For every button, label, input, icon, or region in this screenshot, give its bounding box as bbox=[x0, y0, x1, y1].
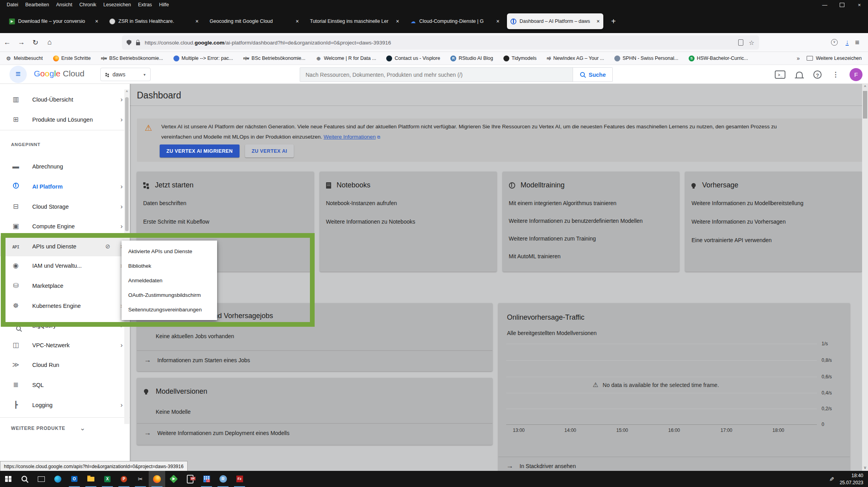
tab-close-icon[interactable]: × bbox=[195, 18, 199, 24]
bookmark-star-icon[interactable]: ☆ bbox=[749, 39, 754, 46]
migrate-to-vertex-button[interactable]: ZU VERTEX AI MIGRIEREN bbox=[160, 144, 240, 157]
taskbar-powerpoint[interactable]: P bbox=[116, 471, 132, 487]
sidebar-more-products[interactable]: WEITERE PRODUKTE⌄ bbox=[0, 418, 130, 438]
pocket-icon[interactable]: ∨ bbox=[831, 39, 838, 46]
bookmark-sphn[interactable]: SPHN - Swiss Personal... bbox=[614, 56, 678, 61]
link-daten-beschriften[interactable]: Daten beschriften bbox=[143, 200, 314, 206]
taskbar-visplore[interactable] bbox=[165, 471, 182, 487]
link-notebook-instanzen[interactable]: Notebook-Instanzen aufrufen bbox=[326, 200, 497, 206]
cloud-shell-icon[interactable]: >_ bbox=[775, 70, 785, 79]
maximize-button[interactable] bbox=[833, 0, 851, 9]
sidebar-item-sql[interactable]: ≣SQL bbox=[0, 375, 130, 395]
tab-tutorial[interactable]: Tutorial Einstieg ins maschinelle Ler × bbox=[306, 13, 403, 29]
tab-close-icon[interactable]: × bbox=[296, 18, 299, 24]
tab-geocoding[interactable]: Geocoding mit Google Cloud × bbox=[206, 13, 302, 29]
google-cloud-logo[interactable]: Google Cloud bbox=[34, 69, 85, 78]
scroll-down-icon[interactable]: v bbox=[862, 465, 868, 470]
account-avatar[interactable]: F bbox=[850, 68, 862, 81]
downloads-icon[interactable]: ↓ bbox=[846, 39, 849, 46]
tab-zsr[interactable]: ZSR in Swiss Healthcare. × bbox=[106, 13, 202, 29]
sidebar-item-cloud-run[interactable]: ≫Cloud Run bbox=[0, 355, 130, 375]
link-kubeflow[interactable]: Erste Schritte mit Kubeflow bbox=[143, 219, 314, 225]
scroll-up-icon[interactable]: ^ bbox=[862, 85, 868, 89]
notifications-bell-icon[interactable] bbox=[796, 72, 803, 78]
search-input[interactable] bbox=[300, 68, 573, 81]
taskbar-explorer[interactable] bbox=[83, 471, 99, 487]
page-scrollbar[interactable]: ^ v bbox=[862, 84, 868, 471]
reader-mode-icon[interactable] bbox=[738, 39, 743, 46]
taskbar-search-button[interactable] bbox=[17, 471, 33, 487]
help-icon[interactable]: ? bbox=[813, 70, 822, 79]
jobs-footer-link[interactable]: →Informationen zum Starten eines Jobs bbox=[144, 356, 250, 364]
tab-cloud-computing[interactable]: ☁ Cloud-Computing-Dienste | G × bbox=[407, 13, 503, 29]
search-button[interactable]: Suche bbox=[573, 68, 612, 81]
menu-bearbeiten[interactable]: Bearbeiten bbox=[22, 2, 52, 7]
taskbar-calendar[interactable] bbox=[198, 471, 215, 487]
tab-close-icon[interactable]: × bbox=[496, 18, 499, 24]
bookmarks-overflow-icon[interactable]: » bbox=[790, 55, 807, 61]
taskbar-clock[interactable]: 18:40 25.07.2023 bbox=[840, 472, 863, 486]
stackdriver-footer-link[interactable]: →In Stackdriver ansehen bbox=[506, 462, 576, 470]
bookmark-multiple-error[interactable]: Multiple --> Error: pac... bbox=[173, 56, 233, 61]
task-view-button[interactable] bbox=[33, 471, 50, 487]
bookmark-bsc-1[interactable]: n|wBSc Betriebsökonomie... bbox=[101, 56, 163, 61]
start-button[interactable] bbox=[0, 471, 17, 487]
scrollbar-thumb[interactable] bbox=[125, 97, 129, 231]
close-button[interactable]: × bbox=[851, 0, 868, 9]
link-training-info[interactable]: Weitere Informationen zum Training bbox=[509, 235, 680, 242]
menu-chronik[interactable]: Chronik bbox=[76, 2, 100, 7]
url-bar[interactable]: https://console.cloud.google.com/ai-plat… bbox=[122, 35, 759, 50]
menu-ansicht[interactable]: Ansicht bbox=[53, 2, 76, 7]
taskbar-rstudio[interactable]: R bbox=[215, 471, 231, 487]
bookmark-bsc-2[interactable]: n|wBSc Betriebsökonomie... bbox=[243, 56, 306, 61]
bookmark-visplore[interactable]: Contact us - Visplore bbox=[386, 56, 440, 61]
sidebar-item-produkte[interactable]: ⊞Produkte und Lösungen› bbox=[0, 109, 130, 130]
link-vortrainierte-api[interactable]: Eine vortrainierte API verwenden bbox=[691, 237, 862, 243]
app-menu-icon[interactable]: ≡ bbox=[855, 38, 859, 47]
taskbar-edge[interactable] bbox=[50, 471, 66, 487]
link-benutzerdefinierte-modelle[interactable]: Weitere Informationen zu benutzerdefinie… bbox=[509, 218, 680, 224]
new-tab-button[interactable]: + bbox=[607, 17, 620, 26]
sidebar-item-ai-platform[interactable]: AI Platform› bbox=[0, 176, 130, 196]
link-notebooks-info[interactable]: Weitere Informationen zu Notebooks bbox=[326, 219, 497, 225]
tab-close-icon[interactable]: × bbox=[597, 18, 600, 24]
tab-download-file[interactable]: ▶ Download file – your conversio × bbox=[6, 13, 102, 29]
taskbar-vp-app[interactable] bbox=[182, 471, 198, 487]
minimize-button[interactable]: — bbox=[816, 0, 833, 9]
taskbar-firefox[interactable] bbox=[149, 471, 165, 487]
taskbar-outlook[interactable]: O bbox=[66, 471, 83, 487]
link-modellbereitstellung[interactable]: Weitere Informationen zu Modellbereitste… bbox=[691, 200, 862, 206]
menu-lesezeichen[interactable]: Lesezeichen bbox=[100, 2, 135, 7]
link-integrierter-algorithmus[interactable]: Mit einem integrierten Algorithmus train… bbox=[509, 200, 680, 206]
menu-hilfe[interactable]: Hilfe bbox=[155, 2, 172, 7]
more-bookmarks-button[interactable]: Weitere Lesezeichen bbox=[807, 56, 862, 61]
sidebar-item-abrechnung[interactable]: ▬Abrechnung bbox=[0, 156, 130, 176]
to-vertex-button[interactable]: ZU VERTEX AI bbox=[245, 144, 294, 157]
nav-menu-icon[interactable]: ≡ bbox=[9, 66, 27, 83]
pen-icon[interactable]: ✎ bbox=[828, 476, 835, 481]
taskbar-excel[interactable]: X bbox=[99, 471, 116, 487]
sidebar-item-cloud-uebersicht[interactable]: ▥Cloud-Übersicht› bbox=[0, 89, 130, 109]
weitere-informationen-link[interactable]: Weitere Informationen bbox=[324, 134, 376, 140]
tab-close-icon[interactable]: × bbox=[396, 18, 399, 24]
bookmark-erste-schritte[interactable]: Erste Schritte bbox=[53, 56, 91, 61]
link-vorhersagen-info[interactable]: Weitere Informationen zu Vorhersagen bbox=[691, 219, 862, 225]
back-icon[interactable]: ← bbox=[0, 38, 14, 46]
tab-close-icon[interactable]: × bbox=[95, 18, 98, 24]
project-selector[interactable]: daws ▾ bbox=[100, 68, 151, 81]
home-icon[interactable]: ⌂ bbox=[42, 38, 57, 46]
tracking-shield-icon[interactable] bbox=[127, 40, 131, 45]
menu-datei[interactable]: Datei bbox=[3, 2, 22, 7]
forward-icon[interactable]: → bbox=[14, 38, 28, 46]
lock-icon[interactable] bbox=[136, 42, 140, 45]
bookmark-meistbesucht[interactable]: ⚙Meistbesucht bbox=[6, 56, 43, 61]
taskbar-snipping[interactable]: ✂ bbox=[132, 471, 149, 487]
link-automl[interactable]: Mit AutoML trainieren bbox=[509, 253, 680, 259]
bookmark-rstudio-blog[interactable]: RRStudio AI Blog bbox=[450, 56, 493, 61]
sidebar-item-vpc[interactable]: ◫VPC-Netzwerk› bbox=[0, 335, 130, 355]
more-options-icon[interactable]: ⋮ bbox=[832, 70, 839, 79]
models-footer-link[interactable]: →Weitere Informationen zum Deployment ei… bbox=[144, 429, 289, 437]
tab-dashboard-active[interactable]: Dashboard – AI Platform – daws × bbox=[507, 13, 603, 29]
reload-icon[interactable]: ↻ bbox=[28, 38, 42, 47]
bookmark-newindex[interactable]: n|iNewIndex AG – Your ... bbox=[547, 56, 604, 61]
